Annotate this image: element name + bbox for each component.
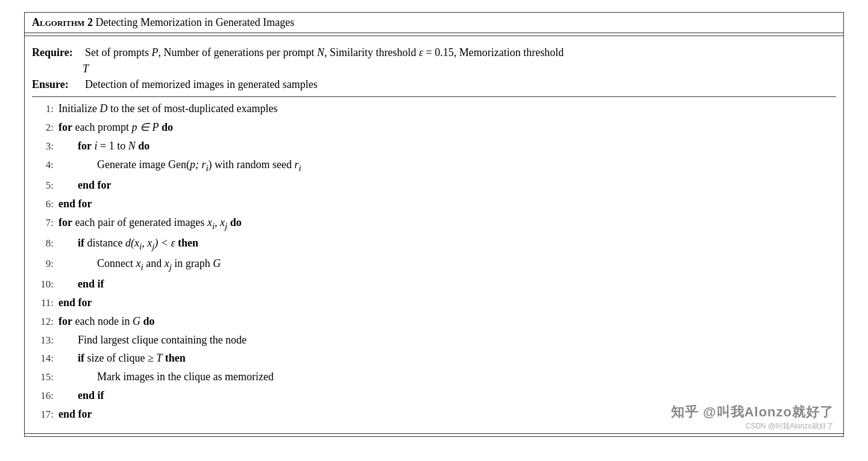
require-line: Require: Set of prompts P, Number of gen…: [32, 43, 836, 63]
math-T-require: T: [83, 63, 89, 75]
line-num-1: 1:: [32, 101, 54, 118]
line-2: 2: for each prompt p ∈ P do: [32, 118, 836, 137]
line-num-4: 4:: [32, 157, 54, 174]
line-num-10: 10:: [32, 276, 54, 293]
line-16: 16: end if: [32, 386, 836, 405]
require-label: Require:: [32, 43, 80, 63]
algorithm-box: Algorithm 2 Detecting Memorization in Ge…: [24, 12, 844, 437]
kw-endif-16: end if: [78, 389, 104, 401]
require-content: Set of prompts P, Number of generations …: [83, 43, 836, 63]
line-content-3: for i = 1 to N do: [58, 137, 836, 155]
line-content-8: if distance d(xi, xj) < ε then: [58, 234, 836, 254]
math-N-3: N: [128, 140, 136, 152]
math-P: P: [152, 46, 159, 58]
kw-then-8: then: [178, 237, 198, 249]
line-content-4: Generate image Gen(p; ri) with random se…: [58, 155, 836, 176]
watermark-csdn: CSDN @叫我Alonzo就好了: [671, 421, 834, 431]
line-num-14: 14:: [32, 350, 54, 368]
line-content-13: Find largest clique containing the node: [58, 331, 836, 350]
line-num-6: 6:: [32, 196, 54, 213]
kw-do-3: do: [138, 140, 149, 152]
line-9: 9: Connect xi and xj in graph G: [32, 254, 836, 275]
line-8: 8: if distance d(xi, xj) < ε then: [32, 234, 836, 254]
body-divider: [32, 96, 836, 97]
kw-do-7: do: [230, 216, 242, 228]
kw-endfor-5: end for: [78, 179, 112, 191]
math-xixj: xi, xj: [207, 216, 227, 228]
line-content-16: end if: [58, 386, 836, 405]
kw-for-3: for: [78, 140, 92, 152]
line-14: 14: if size of clique ≥ T then: [32, 349, 836, 368]
line-num-9: 9:: [32, 256, 54, 273]
line-num-13: 13:: [32, 332, 54, 350]
kw-endif-10: end if: [78, 278, 104, 290]
math-N: N: [317, 46, 324, 58]
kw-for-12: for: [58, 315, 72, 327]
line-num-3: 3:: [32, 138, 54, 155]
line-3: 3: for i = 1 to N do: [32, 137, 836, 155]
line-num-16: 16:: [32, 387, 54, 405]
top-divider: [25, 36, 843, 36]
line-num-12: 12:: [32, 313, 54, 331]
algorithm-label: Algorithm 2: [32, 16, 93, 28]
math-ri: ri: [295, 158, 301, 171]
line-11: 11: end for: [32, 293, 836, 312]
line-6: 6: end for: [32, 195, 836, 213]
ensure-label: Ensure:: [32, 75, 80, 95]
line-num-5: 5:: [32, 177, 54, 195]
kw-endfor-6: end for: [58, 198, 92, 210]
math-G-12: G: [133, 315, 140, 327]
kw-endfor-17: end for: [58, 408, 92, 420]
line-num-8: 8:: [32, 235, 54, 252]
math-pP: p ∈ P: [131, 121, 159, 133]
line-content-10: end if: [58, 275, 836, 293]
kw-for-7: for: [58, 216, 72, 228]
kw-if-14: if: [78, 352, 84, 364]
algorithm-description: Detecting Memorization in Generated Imag…: [95, 16, 294, 28]
require-continuation: T: [32, 63, 836, 75]
kw-if-8: if: [78, 237, 84, 249]
watermark-zhihu: 知乎 @叫我Alonzo就好了: [671, 403, 834, 421]
line-5: 5: end for: [32, 176, 836, 195]
line-content-7: for each pair of generated images xi, xj…: [58, 213, 836, 234]
watermark-area: 知乎 @叫我Alonzo就好了 CSDN @叫我Alonzo就好了: [671, 403, 834, 431]
line-content-11: end for: [58, 293, 836, 312]
line-content-2: for each prompt p ∈ P do: [58, 118, 836, 137]
line-content-9: Connect xi and xj in graph G: [58, 254, 836, 275]
line-num-11: 11:: [32, 295, 54, 312]
line-content-14: if size of clique ≥ T then: [58, 349, 836, 368]
math-T-14: T: [156, 352, 162, 364]
ensure-content: Detection of memorized images in generat…: [83, 75, 836, 95]
line-num-17: 17:: [32, 406, 54, 424]
bottom-divider: [25, 433, 843, 434]
math-distance: d(xi, xj) < ε: [125, 237, 175, 249]
line-7: 7: for each pair of generated images xi,…: [32, 213, 836, 234]
math-xi-9: xi: [136, 257, 143, 269]
line-10: 10: end if: [32, 275, 836, 293]
line-content-6: end for: [58, 195, 836, 213]
kw-do-2: do: [162, 121, 173, 133]
line-1: 1: Initialize D to the set of most-dupli…: [32, 99, 836, 118]
line-content-1: Initialize D to the set of most-duplicat…: [58, 99, 836, 118]
line-content-5: end for: [58, 176, 836, 195]
math-G-9: G: [213, 257, 221, 269]
math-xj-9: xj: [165, 257, 172, 269]
kw-do-12: do: [143, 315, 154, 327]
algorithm-body: Require: Set of prompts P, Number of gen…: [25, 39, 843, 431]
line-content-12: for each node in G do: [58, 312, 836, 331]
line-content-15: Mark images in the clique as memorized: [58, 368, 836, 386]
line-12: 12: for each node in G do: [32, 312, 836, 331]
algorithm-title: Algorithm 2 Detecting Memorization in Ge…: [25, 13, 843, 33]
line-15: 15: Mark images in the clique as memoriz…: [32, 368, 836, 386]
line-num-2: 2:: [32, 119, 54, 137]
line-4: 4: Generate image Gen(p; ri) with random…: [32, 155, 836, 176]
kw-then-14: then: [165, 352, 186, 364]
ensure-line: Ensure: Detection of memorized images in…: [32, 75, 836, 95]
math-epsilon: ε: [419, 46, 423, 58]
kw-endfor-11: end for: [58, 296, 92, 309]
math-D: D: [99, 102, 107, 114]
math-pri: p; ri: [190, 158, 209, 171]
line-13: 13: Find largest clique containing the n…: [32, 331, 836, 350]
line-num-7: 7:: [32, 215, 54, 232]
line-num-15: 15:: [32, 369, 54, 386]
